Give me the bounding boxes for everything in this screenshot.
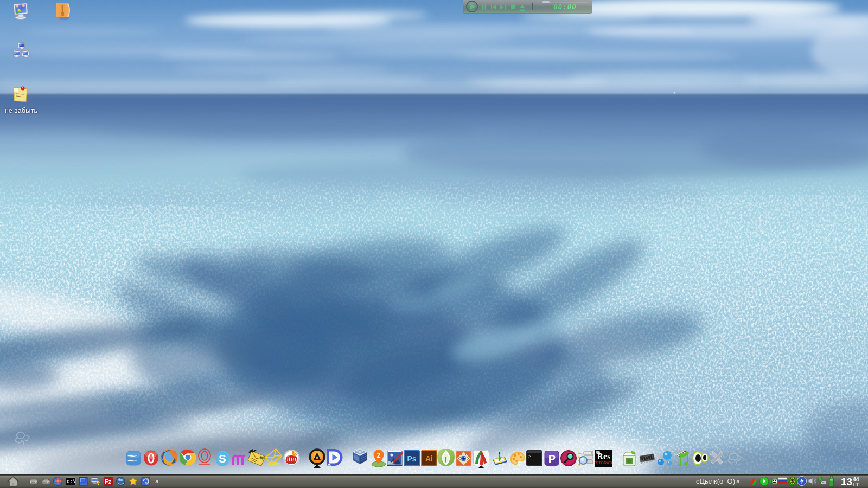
svg-text:00:00: 00:00	[553, 4, 577, 11]
svg-text:Ai: Ai	[425, 454, 433, 463]
svg-text:P: P	[548, 453, 556, 465]
svg-text:Ps: Ps	[407, 454, 416, 463]
svg-text:C:\: C:\	[67, 479, 76, 485]
svg-text:Fz: Fz	[105, 478, 112, 485]
svg-text:2: 2	[376, 451, 380, 459]
svg-text:>_: >_	[528, 454, 534, 459]
svg-text:S: S	[219, 452, 226, 465]
svg-text:RESTORATOR: RESTORATOR	[595, 461, 612, 465]
